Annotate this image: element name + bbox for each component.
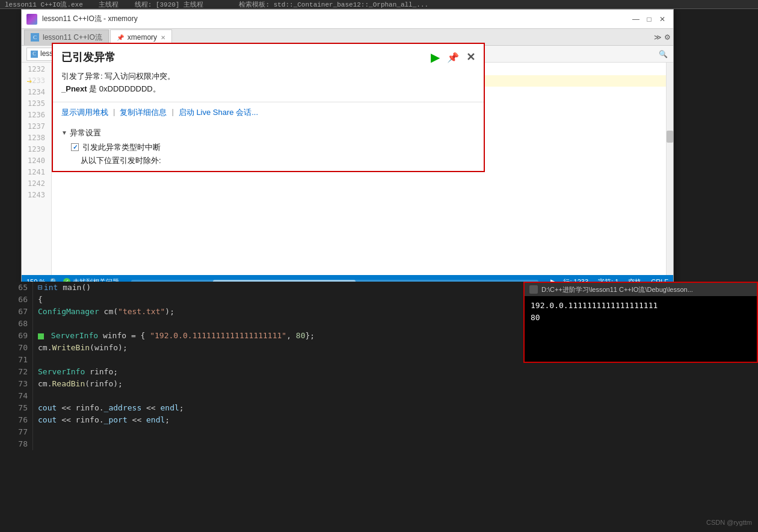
- exc-title: 已引发异常: [61, 50, 116, 64]
- bln-68: 68: [0, 318, 28, 330]
- exc-header: 已引发异常 ▶ 📌 ✕: [53, 44, 484, 68]
- exc-line2: _Pnext 是 0xDDDDDDDD。: [61, 83, 475, 96]
- exception-popup: 已引发异常 ▶ 📌 ✕ 引发了异常: 写入访问权限冲突。 _Pnext 是 0x…: [52, 43, 485, 172]
- gln-1233: 1233: [22, 75, 49, 87]
- exc-callstack-link[interactable]: 显示调用堆栈: [61, 107, 108, 118]
- exc-line2-suffix: 是 0xDDDDDDDD。: [87, 84, 161, 93]
- exc-line1: 引发了异常: 写入访问权限冲突。: [61, 70, 475, 83]
- bottom-code: ⊟int main() { ConfigManager cm("test.txt…: [33, 282, 523, 532]
- exc-sep1: |: [113, 107, 115, 118]
- bln-74: 74: [0, 390, 28, 402]
- exc-checkbox-label: 引发此异常类型时中断: [82, 142, 161, 153]
- exc-copydetail-link[interactable]: 复制详细信息: [120, 107, 167, 118]
- bottom-editor: 65 66 67 68 69 70 71 72 73 74 75 76 77 7…: [0, 282, 523, 532]
- exc-links: 显示调用堆栈 | 复制详细信息 | 启动 Live Share 会话...: [53, 102, 484, 123]
- gln-1232: 1232: [22, 64, 49, 75]
- bln-76: 76: [0, 414, 28, 426]
- code-bottom-72: ServerInfo rinfo;: [33, 366, 523, 378]
- bln-73: 73: [0, 378, 28, 390]
- bln-72: 72: [0, 366, 28, 378]
- gln-1237: 1237: [22, 121, 49, 132]
- bln-75: 75: [0, 402, 28, 414]
- exc-dismiss-button[interactable]: ✕: [466, 51, 475, 64]
- top-bar-text: lesson11 C++IO流.exe 主线程 线程: [3920] 主线程 检…: [5, 0, 428, 9]
- vs-window-title: lesson11 C++IO流 - xmemory: [42, 14, 625, 24]
- gln-1235: 1235: [22, 98, 49, 110]
- gln-1236: 1236: [22, 110, 49, 121]
- breakpoint-69: [38, 333, 44, 339]
- code-bottom-67: ConfigManager cm("test.txt");: [33, 306, 523, 318]
- file-icon: C: [31, 33, 39, 42]
- tab-menu-button[interactable]: ≫: [654, 33, 662, 42]
- exc-from-label: 从以下位置引发时除外:: [61, 155, 475, 166]
- exc-settings: ▼ 异常设置 ✓ 引发此异常类型时中断 从以下位置引发时除外:: [53, 123, 484, 171]
- gln-1239: 1239: [22, 144, 49, 155]
- vs-window: lesson11 C++IO流 - xmemory — □ ✕ C lesson…: [21, 9, 674, 289]
- bln-65: 65: [0, 282, 28, 294]
- maximize-button[interactable]: □: [643, 13, 655, 25]
- exc-pin-button[interactable]: 📌: [447, 52, 459, 63]
- console-title: D:\C++进阶学习\lesson11 C++IO流\Debug\lesson.…: [541, 285, 693, 294]
- fold-btn-65[interactable]: ⊟: [38, 283, 43, 292]
- search-icon[interactable]: 🔍: [658, 49, 668, 60]
- gln-1238: 1238: [22, 132, 49, 144]
- exc-liveshare-link[interactable]: 启动 Live Share 会话...: [179, 107, 258, 118]
- file-dd-icon: C: [31, 51, 38, 58]
- console-window: D:\C++进阶学习\lesson11 C++IO流\Debug\lesson.…: [523, 282, 758, 363]
- vs-scroll-thumb: [667, 131, 673, 143]
- tabbar-right: ≫ ⚙: [654, 33, 671, 42]
- bln-77: 77: [0, 426, 28, 438]
- minimize-button[interactable]: —: [630, 13, 642, 25]
- code-bottom-69: ServerInfo winfo = { "192.0.0.1111111111…: [33, 330, 523, 342]
- code-bottom-77: [33, 426, 523, 438]
- exc-body: 引发了异常: 写入访问权限冲突。 _Pnext 是 0xDDDDDDDD。: [53, 68, 484, 102]
- code-bottom-75: cout << rinfo._address << endl;: [33, 402, 523, 414]
- tab-close-icon[interactable]: ✕: [161, 34, 165, 41]
- bottom-gutter: 65 66 67 68 69 70 71 72 73 74 75 76 77 7…: [0, 282, 33, 450]
- exc-triangle-icon: ▼: [61, 129, 67, 136]
- exc-controls: ▶ 📌 ✕: [431, 50, 475, 64]
- exc-checkmark-icon: ✓: [73, 144, 78, 150]
- code-bottom-74: [33, 390, 523, 402]
- gln-1234: 1234: [22, 87, 49, 98]
- exc-continue-button[interactable]: ▶: [431, 50, 440, 64]
- top-bar: lesson11 C++IO流.exe 主线程 线程: [3920] 主线程 检…: [0, 0, 758, 9]
- exc-settings-title: ▼ 异常设置: [61, 128, 475, 138]
- gln-1241: 1241: [22, 167, 49, 178]
- exc-checkbox[interactable]: ✓: [71, 143, 79, 151]
- gln-1242: 1242: [22, 178, 49, 190]
- tab-xmemory-label: xmemory: [128, 33, 157, 42]
- console-icon: [529, 285, 538, 294]
- exc-sep2: |: [171, 107, 173, 118]
- console-titlebar: D:\C++进阶学习\lesson11 C++IO流\Debug\lesson.…: [525, 283, 757, 296]
- tab-lesson11-label: lesson11 C++IO流: [43, 32, 102, 43]
- tab-settings-button[interactable]: ⚙: [664, 33, 671, 42]
- console-line1: 192.0.0.1111111111111111111: [531, 300, 751, 312]
- pin-icon: 📌: [117, 34, 124, 41]
- bln-69: 69: [0, 330, 28, 342]
- exc-pnext: _Pnext: [61, 84, 87, 93]
- code-bottom-76: cout << rinfo._port << endl;: [33, 414, 523, 426]
- gln-1240: 1240: [22, 155, 49, 167]
- gln-1243: 1243: [22, 190, 49, 201]
- bln-78: 78: [0, 438, 28, 450]
- vs-gutter: 1232 1233 1234 1235 1236 1237 1238 1239 …: [22, 63, 52, 289]
- bln-67: 67: [0, 306, 28, 318]
- vs-right-scrollbar[interactable]: [666, 63, 673, 289]
- close-button[interactable]: ✕: [656, 13, 668, 25]
- exc-checkbox-row: ✓ 引发此异常类型时中断: [61, 142, 475, 153]
- console-content: 192.0.0.1111111111111111111 80: [525, 296, 757, 327]
- code-bottom-73: cm.ReadBin(rinfo);: [33, 378, 523, 390]
- code-bottom-65: ⊟int main(): [33, 282, 523, 294]
- csdn-watermark: CSDN @rygttm: [706, 519, 752, 526]
- bln-70: 70: [0, 342, 28, 354]
- bln-71: 71: [0, 354, 28, 366]
- bln-66: 66: [0, 294, 28, 306]
- code-bottom-70: cm.WriteBin(winfo);: [33, 342, 523, 354]
- code-bottom-71: [33, 354, 523, 366]
- vs-titlebar: lesson11 C++IO流 - xmemory — □ ✕: [22, 10, 673, 29]
- code-bottom-68: [33, 318, 523, 330]
- exc-settings-label: 异常设置: [70, 128, 101, 138]
- console-line2: 80: [531, 312, 751, 324]
- vs-logo-icon: [26, 14, 37, 25]
